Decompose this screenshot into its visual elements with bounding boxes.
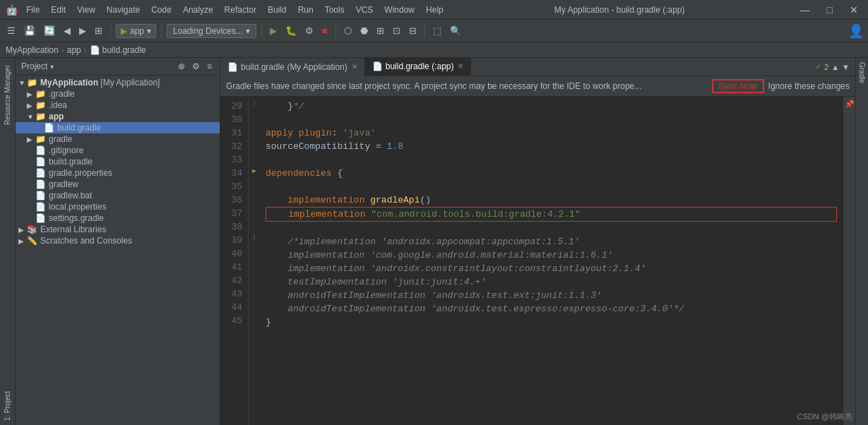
menu-help[interactable]: Help [426, 5, 444, 15]
tree-item-scratches[interactable]: ▶ ✏️ Scratches and Consoles [16, 235, 220, 246]
tab-close-1[interactable]: ✕ [352, 63, 357, 71]
gutter-45 [249, 311, 260, 325]
toolbar-sync[interactable]: 🔄 [41, 24, 58, 37]
up-arrow[interactable]: ▲ [831, 63, 839, 71]
toolbar-hamburger[interactable]: ☰ [4, 24, 18, 37]
collapse-29[interactable]: } [252, 97, 256, 110]
gutter-30 [249, 110, 260, 124]
down-arrow[interactable]: ▼ [842, 63, 850, 71]
code-content[interactable]: }*/ apply plugin: 'java' sourceCompatibi… [260, 97, 843, 425]
gradle-label[interactable]: Gradle [857, 58, 867, 88]
line-numbers: 29 30 31 32 33 34 35 36 37 38 39 40 41 4… [220, 97, 249, 425]
window-controls[interactable]: — □ ✕ [796, 3, 862, 17]
toolbar-sep-2 [161, 25, 162, 37]
label-gradle-hidden: .gradle [49, 89, 75, 99]
tree-item-settingsgradle[interactable]: 📄 settings.gradle [16, 212, 220, 224]
tree-item-external-libs[interactable]: ▶ 📚 External Libraries [16, 224, 220, 235]
menu-run[interactable]: Run [298, 5, 314, 15]
app-dropdown[interactable]: ▶ app ▾ [116, 24, 156, 38]
toolbar-save[interactable]: 💾 [21, 24, 38, 37]
tree-item-buildgradle-root[interactable]: 📄 build.gradle [16, 156, 220, 167]
label-gradlew: gradlew [49, 179, 78, 189]
breadcrumb-file[interactable]: 📄 build.gradle [90, 45, 146, 55]
gutter: } ▶ } [249, 97, 260, 425]
run-button[interactable]: ▶ [267, 24, 280, 37]
attach-button[interactable]: ⚙ [302, 24, 316, 37]
menu-build[interactable]: Build [268, 5, 287, 15]
debug-button[interactable]: 🐛 [283, 24, 299, 37]
tree-item-idea[interactable]: ▶ 📁 .idea [16, 100, 220, 111]
tree-item-myapplication[interactable]: ▼ 📁 MyApplication [My Application] [16, 77, 220, 88]
toolbar-btn-4[interactable]: ⊡ [390, 24, 403, 37]
menu-window[interactable]: Window [384, 5, 415, 15]
toolbar-btn-2[interactable]: ⬣ [357, 24, 371, 37]
breadcrumb-app[interactable]: MyApplication [6, 45, 59, 55]
menu-code[interactable]: Code [151, 5, 172, 15]
tab-icon-2: 📄 [372, 61, 383, 71]
tree-item-gradle-hidden[interactable]: ▶ 📁 .gradle [16, 88, 220, 100]
toolbar-back[interactable]: ◀ [61, 24, 73, 37]
toolbar-btn-1[interactable]: ⬡ [341, 24, 355, 37]
toolbar-btn-6[interactable]: ⬚ [430, 24, 444, 37]
toolbar-recent[interactable]: ⊞ [92, 24, 105, 37]
main-layout: Resource Manager 1: Project Project ▾ ⊕ … [0, 58, 868, 425]
menu-file[interactable]: File [26, 5, 40, 15]
gutter-35 [249, 177, 260, 191]
toolbar-sep-3 [261, 25, 262, 37]
close-button[interactable]: ✕ [845, 3, 862, 17]
menu-navigate[interactable]: Navigate [107, 5, 140, 15]
tab-close-2[interactable]: ✕ [458, 62, 463, 70]
gradle-pin-icon[interactable]: 📌 [845, 100, 855, 109]
loading-devices[interactable]: Loading Devices... ▾ [167, 24, 256, 38]
search-button[interactable]: 🔍 [447, 24, 464, 37]
panel-collapse-btn[interactable]: ≡ [205, 61, 214, 72]
panel-settings-btn[interactable]: ⚙ [190, 61, 202, 72]
editor-tabs: 📄 build.gradle (My Application) ✕ 📄 buil… [220, 58, 855, 76]
arrow-scratches: ▶ [18, 237, 27, 245]
maximize-button[interactable]: □ [823, 3, 837, 17]
tree-item-gradleprops[interactable]: 📄 gradle.properties [16, 167, 220, 179]
menu-items[interactable]: File Edit View Navigate Code Analyze Ref… [26, 5, 444, 15]
expand-34[interactable]: ▶ [252, 164, 256, 177]
breadcrumb-module[interactable]: app [67, 45, 81, 55]
menu-analyze[interactable]: Analyze [183, 5, 213, 15]
collapse-39[interactable]: } [252, 231, 256, 244]
file-icon: 📄 [90, 45, 100, 55]
gutter-41 [249, 258, 260, 271]
minimize-button[interactable]: — [796, 3, 814, 17]
tree-item-localprops[interactable]: 📄 local.properties [16, 201, 220, 212]
menu-bar: 🤖 File Edit View Navigate Code Analyze R… [6, 4, 444, 16]
tree-item-gitignore[interactable]: 📄 .gitignore [16, 145, 220, 156]
resource-manager-label[interactable]: Resource Manager [2, 61, 13, 129]
toolbar-forward[interactable]: ▶ [76, 24, 89, 37]
tab-build-gradle-app[interactable]: 📄 build.gradle (My Application) ✕ [220, 58, 365, 76]
gutter-43 [249, 285, 260, 298]
stop-button[interactable]: ■ [319, 24, 331, 37]
gutter-38 [249, 217, 260, 231]
tree-item-gradle[interactable]: ▶ 📁 gradle [16, 133, 220, 145]
panel-dropdown-arrow[interactable]: ▾ [50, 63, 54, 71]
menu-vcs[interactable]: VCS [356, 5, 374, 15]
gutter-37 [249, 204, 260, 217]
tree-item-app[interactable]: ▼ 📁 app [16, 111, 220, 122]
arrow-app: ▼ [27, 113, 35, 121]
tree-item-gradlew[interactable]: 📄 gradlew [16, 179, 220, 190]
tree-item-gradlewbat[interactable]: 📄 gradlew.bat [16, 190, 220, 201]
toolbar-btn-3[interactable]: ⊞ [374, 24, 387, 37]
arrow-gradle-hidden: ▶ [27, 90, 35, 98]
menu-refactor[interactable]: Refactor [225, 5, 256, 15]
sync-now-button[interactable]: Sync Now [712, 79, 764, 93]
tab-build-gradle-app-active[interactable]: 📄 build.gradle (:app) ✕ [365, 58, 472, 76]
menu-edit[interactable]: Edit [51, 5, 66, 15]
menu-view[interactable]: View [77, 5, 95, 15]
project-panel-label[interactable]: 1: Project [2, 387, 13, 425]
file-icon-gradleprops: 📄 [35, 168, 46, 178]
menu-tools[interactable]: Tools [325, 5, 345, 15]
tree-item-buildgradle-app[interactable]: 📄 build.gradle [16, 122, 220, 133]
panel-add-btn[interactable]: ⊕ [176, 61, 187, 72]
ignore-changes-button[interactable]: Ignore these changes [768, 81, 850, 91]
arrow-myapplication: ▼ [18, 79, 27, 87]
toolbar-btn-5[interactable]: ⊟ [406, 24, 420, 37]
file-icon-buildgradle-app: 📄 [44, 123, 54, 133]
code-line-37: implementation "com.android.tools.build:… [266, 207, 837, 222]
